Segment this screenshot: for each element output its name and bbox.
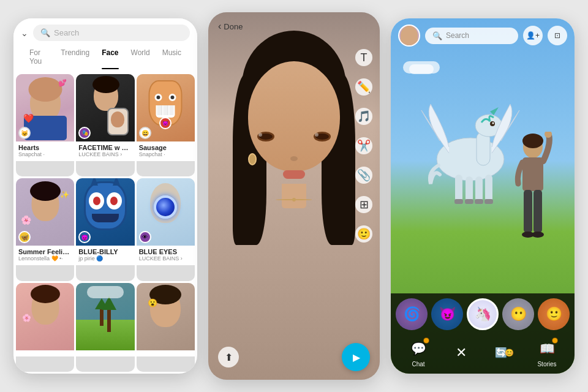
filter-item-blue-eyes[interactable]: 👁 BLUE EYES LUCKEE BAINS › xyxy=(137,178,195,281)
svg-point-5 xyxy=(492,123,494,124)
search-row: ⌄ 🔍 Search xyxy=(21,24,190,41)
stories-notification-dot xyxy=(552,337,558,344)
phone-ar-world: 🔍 Search 👤+ ⊡ 🌀 😈 xyxy=(391,18,575,374)
user-avatar[interactable] xyxy=(398,24,420,47)
timer-action[interactable]: 🔄😊 xyxy=(493,342,515,364)
filter-label-billy: BLUE-BILLY jp pirie 🔵 xyxy=(76,246,134,265)
camera-view: ‹ Done T ✏️ 🎵 ✂️ 📎 ⊞ 🙂 ⬆ xyxy=(208,12,380,380)
necklace xyxy=(276,199,312,204)
filter-label-hearts: Hearts Snapchat · xyxy=(16,141,74,161)
lens-item-4[interactable]: 😶 xyxy=(502,298,534,330)
earring-left xyxy=(248,153,257,165)
svg-rect-18 xyxy=(533,190,542,233)
chat-action[interactable]: 💬 Chat xyxy=(407,337,429,368)
filter-item-hearts[interactable]: ❤️ 💕 😺 Hearts Snapchat · xyxy=(16,74,74,176)
filter-thumbnail-hearts: ❤️ 💕 😺 xyxy=(16,74,74,141)
stories-icon: 📖 xyxy=(536,337,558,360)
text-tool[interactable]: T xyxy=(355,49,372,66)
tab-face[interactable]: Face xyxy=(96,46,124,68)
camera-face-background xyxy=(208,12,380,380)
svg-marker-3 xyxy=(490,107,499,115)
filter-item-sausage[interactable]: 😈 😄 Sausage Snapchat · xyxy=(137,74,195,176)
ar-search-box[interactable]: 🔍 Search xyxy=(425,28,518,44)
lens-item-2[interactable]: 😈 xyxy=(431,298,463,330)
eyes xyxy=(257,132,331,141)
svg-rect-17 xyxy=(524,190,532,233)
filter-label-blue-eyes: BLUE EYES LUCKEE BAINS › xyxy=(137,246,195,265)
svg-rect-7 xyxy=(466,176,473,202)
search-icon: 🔍 xyxy=(40,28,50,37)
filter-label-sausage: Sausage Snapchat · xyxy=(137,141,195,161)
filter-item-9[interactable]: 😮 xyxy=(137,283,195,372)
crop-tool[interactable]: ⊞ xyxy=(355,196,372,213)
tab-music[interactable]: Music xyxy=(156,46,187,68)
svg-rect-6 xyxy=(455,175,462,202)
filter-item-summer[interactable]: 🌸 ✨ 🦋 Summer Feelings Lennonstella 🧡 •· xyxy=(16,178,74,281)
add-friend-button[interactable]: 👤+ xyxy=(523,26,543,45)
svg-rect-8 xyxy=(475,176,483,202)
svg-rect-9 xyxy=(485,175,492,202)
emoji-tool[interactable]: 🙂 xyxy=(355,225,372,243)
ar-view: 🔍 Search 👤+ ⊡ 🌀 😈 xyxy=(391,18,575,374)
timer-icon: 🔄😊 xyxy=(493,342,515,364)
send-button[interactable] xyxy=(342,343,370,371)
filter-thumbnail-summer: 🌸 ✨ 🦋 xyxy=(16,178,74,246)
filter-item-7[interactable]: 🌸 xyxy=(16,283,74,372)
face-shape xyxy=(248,61,340,172)
close-icon: ✕ xyxy=(450,342,472,364)
chat-icon: 💬 xyxy=(407,337,429,360)
ar-person xyxy=(507,132,559,254)
lips xyxy=(283,170,305,179)
filter-thumbnail-8 xyxy=(76,283,134,350)
tab-trending[interactable]: Trending xyxy=(55,46,96,68)
filter-top-bar: ⌄ 🔍 Search For You Trending Face World xyxy=(13,18,197,72)
svg-rect-12 xyxy=(475,199,483,204)
svg-point-15 xyxy=(522,134,543,148)
music-tool[interactable]: 🎵 xyxy=(355,108,372,125)
chat-notification-dot xyxy=(423,337,429,344)
nose xyxy=(290,156,298,161)
lens-item-3-active[interactable]: 🦄 xyxy=(467,298,499,330)
svg-rect-16 xyxy=(522,157,543,191)
lens-item-1[interactable]: 🌀 xyxy=(396,298,428,330)
search-placeholder: Search xyxy=(54,28,79,37)
filter-label-9 xyxy=(137,350,195,356)
lens-item-5[interactable]: 🙂 xyxy=(538,298,570,330)
cloud-2 xyxy=(409,64,434,74)
chevron-down-icon[interactable]: ⌄ xyxy=(21,28,28,38)
camera-top-bar: ‹ Done xyxy=(208,12,380,40)
filter-item-facetime[interactable]: 🎭 FACETIME w KYLIE LUCKEE BAINS › xyxy=(76,74,134,176)
filter-grid: ❤️ 💕 😺 Hearts Snapchat · 🎭 xyxy=(13,72,197,372)
svg-rect-13 xyxy=(484,199,493,204)
stories-action[interactable]: 📖 Stories xyxy=(536,337,558,368)
filter-thumbnail-billy: 😈 xyxy=(76,178,134,246)
tabs-bar: For You Trending Face World Music xyxy=(21,46,190,68)
action-bar: 💬 Chat ✕ 🔄😊 xyxy=(391,335,575,371)
done-button[interactable]: ‹ Done xyxy=(218,21,243,32)
screens-container: ⌄ 🔍 Search For You Trending Face World xyxy=(1,0,587,392)
ar-top-bar: 🔍 Search 👤+ ⊡ xyxy=(391,18,575,53)
paperclip-tool[interactable]: 📎 xyxy=(355,167,372,184)
scissors-tool[interactable]: ✂️ xyxy=(355,137,372,154)
pen-tool[interactable]: ✏️ xyxy=(355,78,372,96)
search-box[interactable]: 🔍 Search xyxy=(33,24,190,41)
filter-item-billy[interactable]: 😈 BLUE-BILLY jp pirie 🔵 xyxy=(76,178,134,281)
close-action[interactable]: ✕ xyxy=(450,342,472,364)
filter-label-8 xyxy=(76,350,134,356)
filter-thumbnail-facetime: 🎭 xyxy=(76,74,134,141)
tab-for-you[interactable]: For You xyxy=(23,46,55,68)
filter-thumbnail-sausage: 😈 😄 xyxy=(137,74,195,141)
share-button[interactable]: ⬆ xyxy=(218,347,239,368)
ar-bottom-bar: 🌀 😈 🦄 😶 🙂 xyxy=(391,293,575,374)
filter-thumbnail-7: 🌸 xyxy=(16,283,74,350)
svg-rect-11 xyxy=(465,199,473,204)
scan-button[interactable]: ⊡ xyxy=(548,26,567,45)
filter-item-8[interactable] xyxy=(76,283,134,372)
svg-rect-10 xyxy=(454,199,463,204)
tab-world[interactable]: World xyxy=(125,46,156,68)
filter-thumbnail-blue-eyes: 👁 xyxy=(137,178,195,246)
phone-camera: ‹ Done T ✏️ 🎵 ✂️ 📎 ⊞ 🙂 ⬆ xyxy=(208,12,380,380)
neck xyxy=(282,184,306,208)
filter-label-7 xyxy=(16,350,74,356)
camera-tools: T ✏️ 🎵 ✂️ 📎 ⊞ 🙂 xyxy=(355,49,372,243)
